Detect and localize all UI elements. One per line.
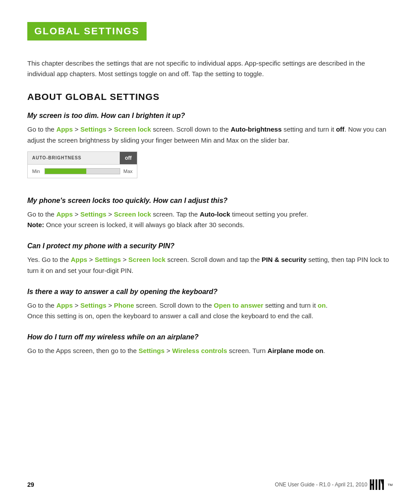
text-gt-2: >: [107, 125, 114, 133]
text-gt-7: >: [73, 302, 80, 309]
text-follow-up: Once this setting is on, open the keyboa…: [27, 312, 313, 320]
link-wireless: Wireless controls: [172, 347, 227, 354]
hin-logo-icon: [370, 478, 386, 491]
page-header: GLOBAL SETTINGS: [27, 22, 393, 40]
link-open-to-answer: Open to answer: [214, 302, 264, 309]
subsection-title-airplane: How do I turn off my wireless while on a…: [27, 333, 393, 341]
text-setting-1: setting and turn it: [282, 125, 336, 133]
page: GLOBAL SETTINGS This chapter describes t…: [0, 0, 420, 504]
text-gt-9: >: [165, 347, 172, 354]
text-turn-it: setting and turn it: [263, 302, 317, 309]
ab-off-button[interactable]: off: [120, 152, 137, 164]
footer-right: ONE User Guide - R1.0 - April 21, 2010 T…: [275, 478, 393, 491]
text-autobrightness: Auto-brightness: [231, 125, 282, 133]
footer-logo: TM: [370, 478, 393, 491]
section-title: ABOUT GLOBAL SETTINGS: [27, 92, 393, 102]
text-go-to-3: Go to the: [27, 302, 56, 309]
subsection-title-pin: Can I protect my phone with a security P…: [27, 242, 393, 250]
link-apps-1: Apps: [56, 125, 73, 133]
text-off: off: [336, 125, 344, 133]
link-settings-2: Settings: [80, 210, 106, 218]
subsection-body-screenlock: Go to the Apps > Settings > Screen lock …: [27, 209, 393, 231]
subsection-brightness: My screen is too dim. How can I brighten…: [27, 112, 393, 185]
text-go-to-2: Go to the: [27, 210, 56, 218]
link-settings-1: Settings: [80, 125, 106, 133]
subsection-body-brightness: Go to the Apps > Settings > Screen lock …: [27, 124, 393, 146]
text-gt-6: >: [121, 256, 128, 263]
subsection-body-pin: Yes. Go to the Apps > Settings > Screen …: [27, 254, 393, 276]
subsection-title-keyboard: Is there a way to answer a call by openi…: [27, 288, 393, 296]
subsection-body-airplane: Go to the Apps screen, then go to the Se…: [27, 346, 393, 357]
note-label: Note:: [27, 221, 44, 228]
text-pin-security: PIN & security: [262, 256, 306, 263]
link-phone: Phone: [114, 302, 134, 309]
link-settings-4: Settings: [80, 302, 106, 309]
text-on: on: [318, 302, 326, 309]
text-scroll-2: screen. Scroll down and tap the: [166, 256, 262, 263]
text-gt-1: >: [73, 125, 80, 133]
link-screenlock-2: Screen lock: [114, 210, 151, 218]
text-go-to-apps: Go to the Apps screen, then go to the: [27, 347, 139, 354]
link-screenlock-1: Screen lock: [114, 125, 151, 133]
link-settings-3: Settings: [95, 256, 121, 263]
svg-rect-3: [376, 479, 377, 490]
text-scroll-1: screen. Scroll down to the: [151, 125, 231, 133]
text-period-2: .: [323, 347, 325, 354]
link-settings-5: Settings: [139, 347, 165, 354]
text-scroll-3: screen. Scroll down to the: [134, 302, 214, 309]
footer-guide-text: ONE User Guide - R1.0 - April 21, 2010: [275, 482, 367, 488]
text-autolock: Auto-lock: [200, 210, 230, 218]
ab-top-row: AUTO-BRIGHTNESS off: [28, 152, 137, 165]
link-apps-3: Apps: [71, 256, 88, 263]
text-yes: Yes. Go to the: [27, 256, 71, 263]
ab-slider-fill: [45, 169, 86, 174]
page-footer: 29 ONE User Guide - R1.0 - April 21, 201…: [27, 478, 393, 491]
svg-marker-5: [380, 479, 382, 485]
text-gt-8: >: [107, 302, 114, 309]
text-gt-4: >: [107, 210, 114, 218]
subsection-keyboard: Is there a way to answer a call by openi…: [27, 288, 393, 322]
auto-brightness-widget: AUTO-BRIGHTNESS off Min Max: [27, 151, 137, 178]
ab-slider-row: Min Max: [28, 165, 137, 178]
text-gt-5: >: [87, 256, 95, 263]
about-section: ABOUT GLOBAL SETTINGS My screen is too d…: [27, 92, 393, 357]
logo-tm: TM: [387, 483, 393, 487]
ab-label: AUTO-BRIGHTNESS: [28, 152, 86, 163]
subsection-title-screenlock: My phone's screen locks too quickly. How…: [27, 197, 393, 205]
page-title: GLOBAL SETTINGS: [34, 26, 140, 37]
subsection-title-brightness: My screen is too dim. How can I brighten…: [27, 112, 393, 120]
text-airplane-on: Airplane mode on: [268, 347, 324, 354]
text-tap-1: screen. Tap the: [151, 210, 200, 218]
svg-rect-4: [379, 479, 380, 490]
ab-slider-track[interactable]: [44, 168, 120, 174]
svg-rect-2: [372, 479, 374, 490]
text-go-to: Go to the: [27, 125, 56, 133]
link-apps-4: Apps: [56, 302, 73, 309]
ab-max-label: Max: [123, 169, 133, 174]
svg-rect-6: [382, 479, 384, 490]
text-period-1: .: [326, 302, 328, 309]
text-turn: screen. Turn: [227, 347, 268, 354]
link-apps-2: Apps: [56, 210, 73, 218]
note-text: Once your screen is locked, it will alwa…: [44, 221, 244, 228]
title-badge: GLOBAL SETTINGS: [27, 22, 147, 40]
ab-min-label: Min: [32, 169, 42, 174]
subsection-screenlock: My phone's screen locks too quickly. How…: [27, 197, 393, 231]
subsection-pin: Can I protect my phone with a security P…: [27, 242, 393, 276]
subsection-body-keyboard: Go to the Apps > Settings > Phone screen…: [27, 300, 393, 322]
subsection-airplane: How do I turn off my wireless while on a…: [27, 333, 393, 357]
intro-paragraph: This chapter describes the settings that…: [27, 58, 393, 79]
text-timeout: timeout setting you prefer.: [230, 210, 308, 218]
text-gt-3: >: [73, 210, 80, 218]
footer-page-number: 29: [27, 481, 34, 488]
link-screenlock-3: Screen lock: [129, 256, 166, 263]
